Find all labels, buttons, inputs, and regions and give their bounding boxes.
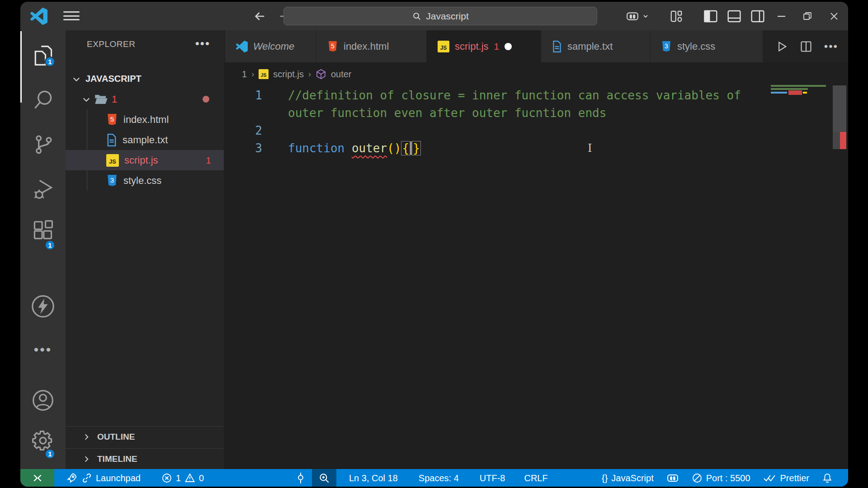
editor-actions: ••• xyxy=(775,30,848,62)
minimap-line xyxy=(803,92,807,94)
error-icon xyxy=(161,473,172,483)
minimap-line xyxy=(771,92,787,94)
cursor-position-item[interactable]: Ln 3, Col 18 xyxy=(343,469,404,487)
svg-text:JS: JS xyxy=(109,158,116,165)
file-row-index-html[interactable]: 5 index.html xyxy=(66,109,224,130)
folder-label: 1 xyxy=(112,94,117,105)
accounts-icon[interactable] xyxy=(20,389,66,412)
remote-indicator[interactable] xyxy=(20,469,54,487)
html-file-icon: 5 xyxy=(327,41,338,52)
activity-bar: 1 1 ••• 1 xyxy=(20,30,66,471)
tab-sample-txt[interactable]: sample.txt xyxy=(541,30,650,62)
tab-error-badge: 1 xyxy=(494,41,500,52)
launchpad-label: Launchpad xyxy=(96,473,141,483)
toggle-primary-sidebar-icon[interactable] xyxy=(699,2,722,30)
language-mode-item[interactable]: {} JavaScript xyxy=(595,469,660,487)
text-cursor xyxy=(410,141,411,155)
copilot-button[interactable] xyxy=(621,2,654,30)
html-file-icon: 5 xyxy=(106,113,118,126)
mouse-ibeam-cursor: I xyxy=(588,142,592,155)
folder-modified-dot xyxy=(203,96,209,103)
link-icon xyxy=(81,473,92,483)
problems-item[interactable]: 1 0 xyxy=(155,469,210,487)
file-label: index.html xyxy=(123,114,169,126)
tab-label: index.html xyxy=(344,41,389,52)
thunder-client-icon[interactable] xyxy=(20,294,66,319)
unsaved-dot-icon[interactable] xyxy=(505,43,512,50)
run-debug-icon[interactable] xyxy=(20,177,66,201)
port-item[interactable]: Port : 5500 xyxy=(685,469,757,487)
extensions-view-icon[interactable]: 1 xyxy=(20,220,66,244)
eol-item[interactable]: CRLF xyxy=(518,469,554,487)
prettier-label: Prettier xyxy=(780,473,809,483)
tab-label: script.js xyxy=(455,41,489,52)
split-editor-icon[interactable] xyxy=(800,40,812,53)
timeline-label: TIMELINE xyxy=(97,454,137,464)
tab-index-html[interactable]: 5 index.html xyxy=(316,30,427,62)
source-control-icon[interactable] xyxy=(20,132,66,156)
outline-panel-header[interactable]: OUTLINE xyxy=(66,426,224,447)
tab-label: Welcome xyxy=(253,41,294,52)
file-row-style-css[interactable]: 3 style.css xyxy=(66,170,224,191)
run-file-icon[interactable] xyxy=(775,40,788,53)
breadcrumb-item[interactable]: 1 xyxy=(242,69,247,80)
toggle-panel-icon[interactable] xyxy=(722,2,746,30)
tab-welcome[interactable]: Welcome xyxy=(225,30,316,62)
zoom-item[interactable] xyxy=(312,469,336,487)
menu-hamburger-icon[interactable] xyxy=(63,9,80,22)
back-arrow-icon[interactable] xyxy=(253,9,267,23)
chevron-down-icon xyxy=(72,75,81,84)
tab-style-css[interactable]: 3 style.css xyxy=(650,30,763,62)
extensions-badge: 1 xyxy=(45,240,55,250)
search-view-icon[interactable] xyxy=(20,88,66,111)
prettier-item[interactable]: Prettier xyxy=(757,469,816,487)
minimap-line xyxy=(771,88,808,90)
parens: () xyxy=(387,141,401,155)
minimize-button[interactable] xyxy=(769,2,795,30)
scrollbar-thumb[interactable] xyxy=(833,85,846,132)
symbol-namespace-icon xyxy=(316,69,326,80)
file-row-script-js[interactable]: JS script.js 1 xyxy=(66,150,224,170)
tab-script-js[interactable]: JS script.js 1 xyxy=(427,30,541,62)
code-text: function outer(){} xyxy=(285,140,421,157)
warning-count: 0 xyxy=(199,473,204,483)
restore-button[interactable] xyxy=(795,2,820,30)
code-line-wrap: outer function even after outer fucntion… xyxy=(224,104,848,122)
double-check-icon xyxy=(763,473,777,483)
open-folder-icon xyxy=(94,94,108,105)
toggle-secondary-sidebar-icon[interactable] xyxy=(746,2,769,30)
copilot-status-item[interactable] xyxy=(660,469,685,487)
svg-text:JS: JS xyxy=(440,44,447,51)
breadcrumb-item[interactable]: outer xyxy=(331,69,352,80)
workspace-label: JAVASCRIPT xyxy=(85,74,142,84)
file-label: script.js xyxy=(124,155,158,166)
rocket-icon xyxy=(66,472,78,484)
close-button[interactable] xyxy=(820,2,848,30)
more-views-icon[interactable]: ••• xyxy=(20,342,66,357)
launchpad-item[interactable]: Launchpad xyxy=(60,469,147,487)
explorer-view-icon[interactable]: 1 xyxy=(20,44,66,67)
scrollbar-track[interactable] xyxy=(833,132,840,149)
code-line: 3 function outer(){} xyxy=(224,140,848,157)
command-center-search[interactable]: Javascript xyxy=(283,7,597,25)
svg-text:5: 5 xyxy=(331,42,335,50)
settings-gear-icon[interactable]: 1 xyxy=(20,429,66,452)
sidebar-more-actions-icon[interactable]: ••• xyxy=(195,37,210,51)
indentation-item[interactable]: Spaces: 4 xyxy=(412,469,465,487)
file-error-badge: 1 xyxy=(206,155,211,166)
file-row-sample-txt[interactable]: sample.txt xyxy=(66,130,224,150)
customize-layout-icon[interactable] xyxy=(654,2,699,30)
workspace-section[interactable]: JAVASCRIPT xyxy=(66,69,224,89)
file-label: sample.txt xyxy=(123,134,168,146)
timeline-panel-header[interactable]: TIMELINE xyxy=(66,448,224,469)
screencast-item[interactable] xyxy=(289,469,312,487)
notifications-item[interactable] xyxy=(816,469,833,487)
encoding-item[interactable]: UTF-8 xyxy=(473,469,512,487)
text-file-icon xyxy=(106,134,117,146)
folder-row[interactable]: 1 xyxy=(66,89,224,109)
code-editor[interactable]: 1 //definition of closure = inner functi… xyxy=(224,86,848,469)
breadcrumb-item[interactable]: script.js xyxy=(273,69,304,80)
editor-more-actions-icon[interactable]: ••• xyxy=(824,40,838,53)
copilot-icon xyxy=(666,473,679,483)
settings-badge: 1 xyxy=(45,449,55,459)
